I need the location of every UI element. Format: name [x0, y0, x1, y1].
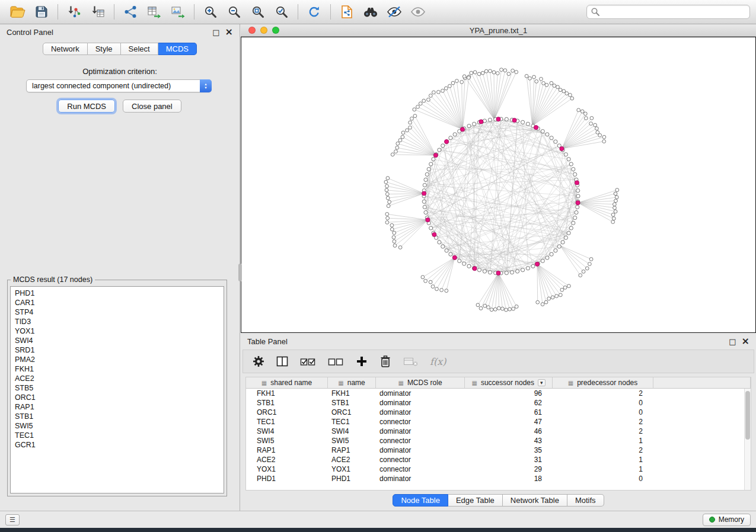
- mcds-result-item[interactable]: ACE2: [11, 374, 224, 383]
- mcds-result-item[interactable]: PHD1: [11, 289, 224, 298]
- table-row[interactable]: YOX1YOX1connector291: [246, 464, 751, 474]
- mcds-result-item[interactable]: GCR1: [11, 440, 224, 450]
- add-column-button[interactable]: [356, 355, 368, 367]
- column-grid-icon: ▦: [261, 380, 267, 386]
- import-network-button[interactable]: [62, 2, 86, 22]
- table-row[interactable]: PHD1PHD1dominator180: [246, 474, 751, 483]
- panel-splitter-handle[interactable]: [238, 264, 242, 281]
- table-row[interactable]: ACE2ACE2connector311: [246, 455, 751, 464]
- mcds-result-item[interactable]: STB5: [11, 383, 224, 393]
- table-panel-header: Table Panel □ ×: [241, 334, 756, 349]
- table-row[interactable]: FKH1FKH1dominator962: [246, 389, 751, 398]
- control-tab-network[interactable]: Network: [43, 43, 88, 55]
- refresh-layout-button[interactable]: [302, 2, 326, 22]
- mcds-result-item[interactable]: TEC1: [11, 431, 224, 440]
- control-tab-style[interactable]: Style: [88, 43, 121, 55]
- window-close-icon[interactable]: [248, 27, 256, 34]
- table-tab-edge-table[interactable]: Edge Table: [448, 494, 503, 507]
- run-mcds-button[interactable]: Run MCDS: [58, 100, 115, 113]
- control-panel-title: Control Panel: [7, 28, 53, 37]
- control-tab-select[interactable]: Select: [121, 43, 158, 55]
- table-tab-motifs[interactable]: Motifs: [567, 494, 604, 507]
- search-input[interactable]: [586, 5, 750, 19]
- sort-dropdown-icon[interactable]: ▾: [538, 379, 546, 386]
- new-network-button[interactable]: [119, 2, 142, 22]
- network-canvas[interactable]: [241, 37, 756, 333]
- select-all-button[interactable]: [300, 355, 316, 367]
- table-row[interactable]: SWI5SWI5connector431: [246, 436, 751, 446]
- window-minimize-icon[interactable]: [260, 27, 267, 34]
- status-menu-button[interactable]: ☰: [5, 514, 20, 525]
- zoom-out-button[interactable]: [222, 2, 246, 22]
- table-scrollbar[interactable]: [744, 389, 751, 490]
- zoom-selected-button[interactable]: [270, 2, 294, 22]
- search-network-button[interactable]: [359, 2, 382, 22]
- network-graph[interactable]: [241, 37, 755, 333]
- table-tab-network-table[interactable]: Network Table: [503, 494, 567, 507]
- window-traffic-lights: [248, 27, 279, 34]
- mcds-result-item[interactable]: SRD1: [11, 345, 224, 355]
- table-cell: dominator: [376, 389, 465, 398]
- table-row[interactable]: RAP1RAP1dominator352: [246, 446, 751, 455]
- zoom-in-button[interactable]: [199, 2, 222, 22]
- column-header-MCDS-role[interactable]: ▦MCDS role: [376, 377, 465, 389]
- mcds-result-list[interactable]: PHD1CAR1STP4TID3YOX1SWI4SRD1PMA2FKH1ACE2…: [10, 286, 224, 493]
- column-header-shared-name[interactable]: ▦shared name: [246, 377, 328, 389]
- hide-details-button[interactable]: [382, 2, 406, 22]
- table-cell: dominator: [376, 427, 465, 436]
- export-image-button[interactable]: [166, 2, 190, 22]
- zoom-fit-button[interactable]: [246, 2, 270, 22]
- scrollbar-thumb[interactable]: [745, 391, 750, 440]
- mcds-result-item[interactable]: SWI4: [11, 336, 224, 345]
- save-session-button[interactable]: [30, 2, 53, 22]
- mcds-result-item[interactable]: TID3: [11, 317, 224, 326]
- table-cell: ACE2: [246, 455, 328, 464]
- float-panel-icon[interactable]: □: [729, 338, 736, 345]
- zoom-fit-icon: [251, 5, 265, 19]
- close-panel-icon[interactable]: ×: [742, 336, 749, 346]
- optimization-criterion-value: largest connected component (undirected): [32, 82, 171, 90]
- deselect-all-button[interactable]: [328, 355, 344, 367]
- column-header-predecessor-nodes[interactable]: ▦predecessor nodes: [553, 377, 653, 389]
- mcds-result-item[interactable]: ORC1: [11, 393, 224, 402]
- mcds-result-item[interactable]: YOX1: [11, 326, 224, 336]
- optimization-criterion-select[interactable]: largest connected component (undirected)…: [26, 79, 212, 92]
- export-table-button[interactable]: [142, 2, 166, 22]
- close-panel-icon[interactable]: ×: [225, 27, 233, 37]
- memory-button[interactable]: Memory: [703, 514, 751, 526]
- table-row[interactable]: STB1STB1dominator620: [246, 398, 751, 408]
- column-header-successor-nodes[interactable]: ▦successor nodes▾: [465, 377, 553, 389]
- show-columns-button[interactable]: [276, 355, 288, 367]
- toolbar-separator: [298, 4, 298, 20]
- float-panel-icon[interactable]: □: [212, 28, 219, 36]
- mcds-result-item[interactable]: PMA2: [11, 355, 224, 364]
- table-row[interactable]: ORC1ORC1dominator610: [246, 408, 751, 417]
- window-maximize-icon[interactable]: [272, 27, 279, 34]
- show-details-button[interactable]: [406, 2, 430, 22]
- table-row[interactable]: TEC1TEC1connector472: [246, 417, 751, 427]
- column-header-name[interactable]: ▦name: [328, 377, 376, 389]
- table-cell: RAP1: [328, 446, 376, 455]
- import-table-button[interactable]: [86, 2, 110, 22]
- table-cell: FKH1: [246, 389, 328, 398]
- mcds-result-item[interactable]: STB1: [11, 412, 224, 421]
- mcds-result-item[interactable]: RAP1: [11, 402, 224, 412]
- mcds-result-item[interactable]: CAR1: [11, 298, 224, 307]
- table-settings-button[interactable]: [253, 355, 264, 367]
- toolbar-separator: [330, 4, 331, 20]
- control-tab-mcds[interactable]: MCDS: [158, 43, 197, 55]
- toolbar-separator: [114, 4, 114, 20]
- mcds-result-item[interactable]: FKH1: [11, 364, 224, 374]
- memory-status-icon: [709, 517, 715, 523]
- table-row[interactable]: SWI4SWI4dominator462: [246, 427, 751, 436]
- rename-column-button[interactable]: [403, 355, 418, 367]
- network-view-titlebar[interactable]: YPA_prune.txt_1: [241, 24, 756, 37]
- close-panel-button[interactable]: Close panel: [123, 100, 181, 113]
- mcds-result-item[interactable]: SWI5: [11, 421, 224, 431]
- open-session-button[interactable]: [6, 2, 30, 22]
- mcds-result-item[interactable]: STP4: [11, 307, 224, 317]
- share-document-button[interactable]: [335, 2, 359, 22]
- table-tab-node-table[interactable]: Node Table: [393, 494, 448, 507]
- delete-column-button[interactable]: [379, 355, 391, 368]
- function-builder-button[interactable]: f(x): [430, 356, 446, 367]
